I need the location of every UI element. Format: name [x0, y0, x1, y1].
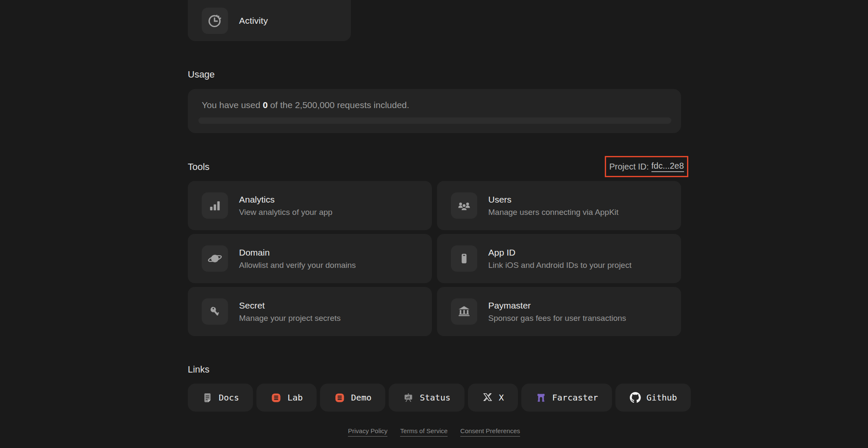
farcaster-arch-icon [535, 392, 547, 403]
tool-title: Secret [239, 301, 341, 311]
link-button-github[interactable]: Github [615, 384, 691, 412]
status-board-icon [403, 392, 414, 403]
x-logo-icon [482, 392, 493, 403]
links-row: Docs Lab Demo [188, 384, 691, 412]
project-id-label: Project ID: [609, 162, 648, 172]
link-button-x[interactable]: X [468, 384, 518, 412]
tool-title: Analytics [239, 195, 332, 205]
docs-document-icon [202, 392, 213, 403]
tool-description: Sponsor gas fees for user transactions [488, 314, 626, 323]
activity-icon-tile [202, 8, 228, 34]
footer-link-terms-of-service[interactable]: Terms of Service [400, 427, 448, 437]
tool-card-analytics[interactable]: Analytics View analytics of your app [188, 181, 432, 230]
mobile-phone-icon [451, 245, 477, 272]
tool-card-domain[interactable]: Domain Allowlist and verify your domains [188, 234, 432, 283]
tool-description: Link iOS and Android IDs to your project [488, 261, 632, 270]
link-button-lab[interactable]: Lab [256, 384, 317, 412]
activity-label: Activity [239, 16, 268, 26]
link-button-farcaster[interactable]: Farcaster [521, 384, 612, 412]
footer-link-privacy-policy[interactable]: Privacy Policy [348, 427, 387, 437]
users-group-icon [451, 192, 477, 219]
link-button-status[interactable]: Status [389, 384, 464, 412]
link-label: Status [420, 392, 450, 403]
link-button-demo[interactable]: Demo [320, 384, 385, 412]
footer-link-consent-preferences[interactable]: Consent Preferences [460, 427, 520, 437]
link-label: X [499, 392, 504, 403]
project-id-annotation-box: Project ID: fdc...2e8 [605, 156, 688, 177]
lab-orange-list-icon [270, 392, 282, 403]
project-id-value[interactable]: fdc...2e8 [651, 161, 684, 172]
tool-description: View analytics of your app [239, 208, 332, 217]
tools-grid: Analytics View analytics of your app Use… [188, 181, 681, 336]
dashboard-page: Activity Usage You have used 0 of the 2,… [0, 0, 868, 448]
usage-heading: Usage [188, 69, 215, 80]
tool-card-secret[interactable]: Secret Manage your project secrets [188, 287, 432, 336]
link-label: Lab [287, 392, 303, 403]
bar-chart-icon [202, 192, 228, 219]
usage-card: You have used 0 of the 2,500,000 request… [188, 89, 681, 133]
activity-card[interactable]: Activity [188, 0, 351, 41]
usage-text: You have used 0 of the 2,500,000 request… [202, 100, 667, 110]
link-label: Farcaster [552, 392, 598, 403]
demo-orange-list-icon [334, 392, 345, 403]
tool-title: Domain [239, 248, 356, 258]
activity-clock-icon [207, 13, 223, 29]
links-heading: Links [188, 364, 209, 375]
link-label: Demo [351, 392, 371, 403]
tool-card-users[interactable]: Users Manage users connecting via AppKit [437, 181, 681, 230]
tool-title: App ID [488, 248, 632, 258]
planet-icon [202, 245, 228, 272]
link-button-docs[interactable]: Docs [188, 384, 253, 412]
tool-description: Allowlist and verify your domains [239, 261, 356, 270]
tool-card-paymaster[interactable]: Paymaster Sponsor gas fees for user tran… [437, 287, 681, 336]
github-octocat-icon [629, 392, 641, 403]
tools-heading: Tools [188, 161, 209, 173]
bank-icon [451, 298, 477, 325]
link-label: Github [646, 392, 677, 403]
tool-title: Users [488, 195, 618, 205]
key-icon [202, 298, 228, 325]
usage-used-count: 0 [263, 100, 268, 110]
tool-card-app-id[interactable]: App ID Link iOS and Android IDs to your … [437, 234, 681, 283]
tool-description: Manage users connecting via AppKit [488, 208, 618, 217]
tool-title: Paymaster [488, 301, 626, 311]
usage-progress-bar [198, 117, 671, 124]
link-label: Docs [219, 392, 239, 403]
tool-description: Manage your project secrets [239, 314, 341, 323]
footer: Privacy Policy Terms of Service Consent … [0, 427, 868, 437]
